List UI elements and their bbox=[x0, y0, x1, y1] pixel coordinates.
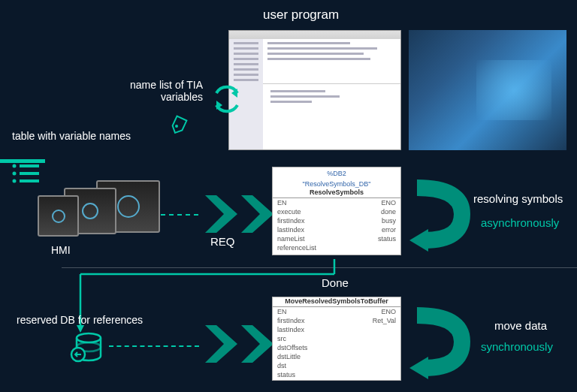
fb-param-row: dst bbox=[273, 361, 400, 370]
svg-marker-17 bbox=[241, 325, 273, 363]
function-block-move: MoveResolvedSymbolsToBuffer ENENOfirstIn… bbox=[272, 297, 401, 381]
svg-marker-9 bbox=[205, 195, 237, 233]
hmi-devices bbox=[38, 180, 173, 248]
fb-param-left: dstOffsets bbox=[277, 344, 307, 351]
table-label: table with variable names bbox=[12, 130, 131, 142]
fb1-title: ResolveSymbols bbox=[273, 188, 400, 198]
svg-marker-11 bbox=[409, 229, 428, 252]
move-label: move data bbox=[494, 319, 547, 332]
fb-param-left: execute bbox=[277, 208, 301, 216]
db-label: reserved DB for references bbox=[17, 314, 143, 326]
curve-arrow-icon bbox=[406, 304, 473, 379]
fb-param-left: lastIndex bbox=[277, 326, 304, 333]
function-block-resolve: %DB2 "ResolveSymbols_DB" ResolveSymbols … bbox=[272, 167, 401, 255]
fb1-id: %DB2 bbox=[273, 167, 400, 178]
fb-param-row: referenceList bbox=[273, 243, 400, 252]
fb1-name: "ResolveSymbols_DB" bbox=[273, 178, 400, 188]
resolve-label: resolving symbols bbox=[473, 192, 563, 205]
fb-param-left: lastIndex bbox=[277, 226, 304, 234]
fb-param-row: ENENO bbox=[273, 307, 400, 316]
fb-param-row: firstIndexRet_Val bbox=[273, 316, 400, 325]
svg-marker-16 bbox=[205, 325, 237, 363]
hmi-label: HMI bbox=[51, 244, 71, 256]
svg-point-13 bbox=[77, 333, 101, 342]
tag-icon bbox=[169, 113, 190, 134]
ide-screenshot bbox=[228, 30, 401, 150]
svg-point-2 bbox=[175, 125, 178, 128]
curve-arrow-icon bbox=[406, 176, 473, 252]
fb-param-left: status bbox=[277, 371, 295, 378]
fb-param-row: status bbox=[273, 370, 400, 379]
sync-label: synchronously bbox=[481, 340, 553, 353]
fb-param-row: dstLittle bbox=[273, 352, 400, 361]
fb-param-left: dstLittle bbox=[277, 353, 301, 360]
recycle-arrows-icon bbox=[210, 83, 243, 116]
user-program-title: user program bbox=[263, 8, 339, 23]
svg-rect-6 bbox=[20, 172, 39, 175]
fb-param-left: nameList bbox=[277, 235, 305, 243]
fb2-title: MoveResolvedSymbolsToBuffer bbox=[273, 297, 400, 307]
fb-param-right: error bbox=[382, 226, 396, 234]
fb-param-row: ENENO bbox=[273, 198, 400, 207]
fb-param-row: nameListstatus bbox=[273, 234, 400, 243]
fb-param-right: ENO bbox=[381, 199, 396, 207]
list-icon bbox=[11, 161, 41, 185]
fb-param-left: EN bbox=[277, 199, 287, 207]
fb-param-row: firstIndexbusy bbox=[273, 216, 400, 225]
namelist-label: name list of TIA variables bbox=[128, 79, 203, 103]
fb-param-right: done bbox=[381, 208, 396, 216]
chevron-right-icon bbox=[201, 191, 243, 237]
svg-marker-18 bbox=[409, 357, 428, 379]
svg-point-7 bbox=[13, 179, 17, 183]
connector-db bbox=[109, 345, 199, 347]
fb-param-left: dst bbox=[277, 362, 286, 369]
fb-param-row: lastIndex bbox=[273, 325, 400, 334]
fb-param-left: EN bbox=[277, 308, 287, 315]
req-label: REQ bbox=[210, 235, 235, 248]
chevron-right-icon bbox=[201, 321, 243, 366]
factory-photo bbox=[409, 30, 566, 150]
svg-point-5 bbox=[13, 172, 17, 176]
connector-hmi bbox=[161, 214, 198, 216]
fb-param-right: busy bbox=[382, 217, 396, 225]
svg-marker-10 bbox=[241, 195, 273, 233]
fb-param-left: firstIndex bbox=[277, 217, 305, 225]
database-back-icon bbox=[68, 329, 104, 365]
fb-param-right: Ret_Val bbox=[373, 317, 396, 324]
fb-param-left: firstIndex bbox=[277, 317, 305, 324]
fb-param-row: dstOffsets bbox=[273, 343, 400, 352]
svg-rect-8 bbox=[20, 179, 39, 182]
svg-rect-4 bbox=[20, 164, 39, 167]
async-label: asynchronously bbox=[481, 216, 559, 229]
fb-param-row: lastIndexerror bbox=[273, 225, 400, 234]
fb-param-row: src bbox=[273, 334, 400, 343]
fb-param-right: status bbox=[378, 235, 396, 243]
fb-param-row: executedone bbox=[273, 207, 400, 216]
fb-param-right: ENO bbox=[381, 308, 396, 315]
fb-param-left: referenceList bbox=[277, 244, 316, 252]
fb-param-left: src bbox=[277, 335, 286, 342]
svg-point-3 bbox=[13, 164, 17, 168]
